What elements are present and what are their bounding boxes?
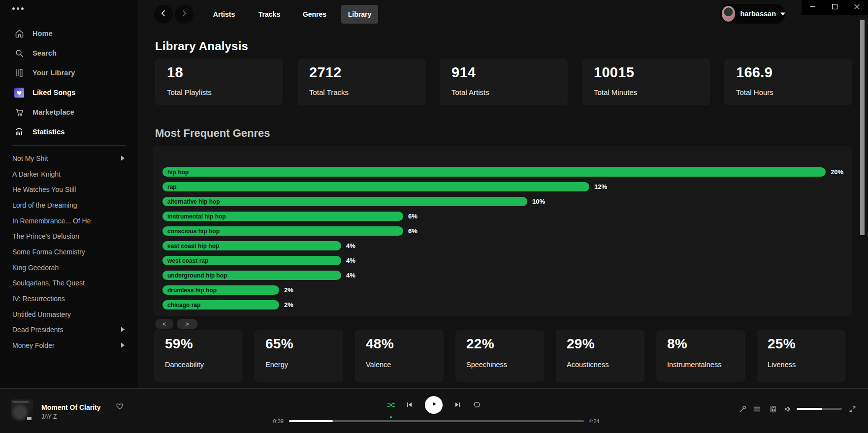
stat-card-total-minutes: 10015 Total Minutes xyxy=(582,59,710,105)
genre-bar-rap: rap xyxy=(162,182,589,191)
scrollbar-thumb[interactable] xyxy=(860,20,865,235)
minimize-button[interactable] xyxy=(802,0,824,15)
maximize-button[interactable] xyxy=(824,0,846,15)
back-button[interactable] xyxy=(154,5,173,24)
page-title: Library Analysis xyxy=(155,39,248,53)
genre-bar-label: rap xyxy=(167,184,177,190)
playlist-item-soulqarians-the-quest[interactable]: Soulqarians, The Quest xyxy=(0,276,138,291)
close-icon xyxy=(854,3,860,12)
playlist-item-king-geedorah[interactable]: King Geedorah xyxy=(0,260,138,276)
sidebar-item-statistics[interactable]: Statistics xyxy=(0,122,138,142)
shuffle-button[interactable] xyxy=(386,401,395,409)
stat-label: Total Minutes xyxy=(594,88,637,96)
queue-icon[interactable] xyxy=(752,404,762,414)
playlist-item-the-prince-s-delusion[interactable]: The Prince's Delusion xyxy=(0,228,138,244)
liked-songs-icon xyxy=(14,87,25,98)
like-button[interactable] xyxy=(115,402,124,413)
genre-bar-label: underground hip hop xyxy=(167,272,227,279)
genre-bar-hip-hop: hip hop xyxy=(162,167,826,177)
back-icon xyxy=(159,9,168,20)
sidebar-item-home[interactable]: Home xyxy=(0,24,138,43)
stat-card-total-playlists: 18 Total Playlists xyxy=(155,59,283,105)
chart-pagination: < > xyxy=(155,319,197,329)
progress-bar[interactable] xyxy=(289,420,584,422)
playlist-list: Not My Shit A Darker Knight He Watches Y… xyxy=(0,151,138,353)
genres-section-title: Most Frequent Genres xyxy=(155,127,270,140)
genre-bar-label: instrumental hip hop xyxy=(167,213,226,220)
genre-bar-value: 2% xyxy=(284,286,293,294)
playlist-item-in-remembrance-of-he[interactable]: In Remembrance... Of He xyxy=(0,213,138,229)
genre-bar-value: 4% xyxy=(346,257,355,264)
feature-label: Instrumentalness xyxy=(667,361,721,369)
playlist-label: King Geedorah xyxy=(12,264,59,272)
genre-bar-label: drumless hip hop xyxy=(167,287,217,294)
playlist-label: A Darker Knight xyxy=(12,170,61,178)
tab-library[interactable]: Library xyxy=(341,5,378,24)
fullscreen-icon[interactable] xyxy=(848,404,857,414)
lyrics-mic-icon[interactable] xyxy=(738,404,747,414)
feature-label: Acousticness xyxy=(567,361,609,369)
genres-bar-chart: hip hop 20% rap 12% alternative hip hop … xyxy=(153,146,852,316)
playlist-item-money-folder[interactable]: Money Folder xyxy=(0,338,138,353)
feature-label: Liveness xyxy=(768,361,796,369)
volume-slider[interactable] xyxy=(797,408,842,410)
playlist-label: Lord of the Dreaming xyxy=(12,201,77,209)
playlist-item-lord-of-the-dreaming[interactable]: Lord of the Dreaming xyxy=(0,197,138,213)
feature-card-danceability: 59% Danceability xyxy=(154,330,243,382)
tab-tracks[interactable]: Tracks xyxy=(258,10,280,18)
user-menu[interactable]: harbassan xyxy=(720,4,785,24)
genre-bar-value: 12% xyxy=(594,183,607,190)
chart-prev-button[interactable]: < xyxy=(155,319,173,329)
stat-value: 2712 xyxy=(309,64,342,81)
track-artist[interactable]: JAY-Z xyxy=(41,413,57,420)
feature-value: 59% xyxy=(165,336,193,352)
feature-value: 25% xyxy=(768,336,796,352)
chevron-right-icon xyxy=(121,326,125,334)
main-area: ArtistsTracksGenresLibrary harbassan Lib… xyxy=(138,0,868,388)
volume-icon[interactable] xyxy=(784,404,793,414)
sidebar-menu: Home Search Your Library Liked Songs Mar… xyxy=(0,24,138,142)
genre-bar-label: alternative hip hop xyxy=(167,198,220,205)
user-name: harbassan xyxy=(740,10,776,18)
chart-next-button[interactable]: > xyxy=(177,319,197,329)
shuffle-active-dot xyxy=(390,416,392,418)
playlist-item-some-forma-chemistry[interactable]: Some Forma Chemistry xyxy=(0,244,138,260)
playlist-label: In Remembrance... Of He xyxy=(12,217,91,225)
sidebar-item-marketplace[interactable]: Marketplace xyxy=(0,102,138,122)
tab-genres[interactable]: Genres xyxy=(303,10,326,18)
playlist-label: Soulqarians, The Quest xyxy=(12,279,85,287)
playlist-item-he-watches-you-still[interactable]: He Watches You Still xyxy=(0,182,138,197)
tab-artists[interactable]: Artists xyxy=(213,10,235,18)
playlist-label: Not My Shit xyxy=(12,155,48,162)
stat-value: 166.9 xyxy=(736,64,772,81)
feature-value: 29% xyxy=(567,336,595,352)
playlist-item-dead-presidents[interactable]: Dead Presidents xyxy=(0,322,138,338)
sidebar-item-your-library[interactable]: Your Library xyxy=(0,63,138,83)
previous-button[interactable] xyxy=(405,401,414,409)
feature-label: Danceability xyxy=(165,361,204,369)
play-button[interactable] xyxy=(425,396,443,414)
player-bar: Moment Of Clarity JAY-Z 0:39 4:24 xyxy=(0,388,868,433)
device-icon[interactable] xyxy=(769,404,778,414)
forward-button[interactable] xyxy=(175,5,193,24)
playlist-item-iv-resurrections[interactable]: IV: Resurrections xyxy=(0,291,138,307)
chevron-right-icon xyxy=(121,155,125,162)
stat-label: Total Playlists xyxy=(167,88,212,96)
sidebar-item-search[interactable]: Search xyxy=(0,43,138,63)
genre-bar-value: 4% xyxy=(346,272,355,279)
playlist-item-not-my-shit[interactable]: Not My Shit xyxy=(0,151,138,166)
close-button[interactable] xyxy=(846,0,868,15)
more-options-icon[interactable] xyxy=(12,7,24,10)
playlist-item-a-darker-knight[interactable]: A Darker Knight xyxy=(0,166,138,182)
genre-bar-value: 2% xyxy=(284,301,293,309)
repeat-button[interactable] xyxy=(472,400,482,409)
next-button[interactable] xyxy=(453,401,462,409)
stat-card-total-artists: 914 Total Artists xyxy=(440,59,568,105)
sidebar-item-liked-songs[interactable]: Liked Songs xyxy=(0,83,138,102)
feature-label: Energy xyxy=(265,361,288,369)
track-title[interactable]: Moment Of Clarity xyxy=(41,403,101,411)
genre-bar-value: 6% xyxy=(408,213,418,220)
feature-value: 65% xyxy=(265,336,293,352)
playlist-item-untitled-unmastery[interactable]: Untitled Unmastery xyxy=(0,307,138,322)
sidebar-item-label: Liked Songs xyxy=(32,89,75,96)
